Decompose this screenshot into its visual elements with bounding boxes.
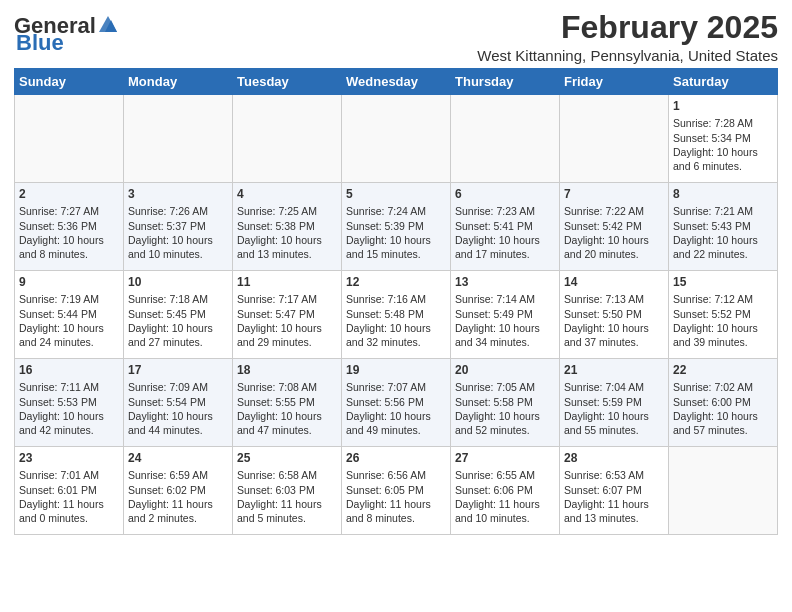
calendar-week-row: 23Sunrise: 7:01 AMSunset: 6:01 PMDayligh… bbox=[15, 447, 778, 535]
table-row bbox=[560, 95, 669, 183]
table-row: 10Sunrise: 7:18 AMSunset: 5:45 PMDayligh… bbox=[124, 271, 233, 359]
day-info: Sunrise: 6:55 AMSunset: 6:06 PMDaylight:… bbox=[455, 468, 555, 525]
table-row: 20Sunrise: 7:05 AMSunset: 5:58 PMDayligh… bbox=[451, 359, 560, 447]
col-monday: Monday bbox=[124, 69, 233, 95]
day-number: 22 bbox=[673, 362, 773, 378]
day-number: 16 bbox=[19, 362, 119, 378]
calendar-week-row: 16Sunrise: 7:11 AMSunset: 5:53 PMDayligh… bbox=[15, 359, 778, 447]
day-info: Sunrise: 7:12 AMSunset: 5:52 PMDaylight:… bbox=[673, 292, 773, 349]
day-number: 24 bbox=[128, 450, 228, 466]
day-info: Sunrise: 7:01 AMSunset: 6:01 PMDaylight:… bbox=[19, 468, 119, 525]
table-row: 23Sunrise: 7:01 AMSunset: 6:01 PMDayligh… bbox=[15, 447, 124, 535]
col-saturday: Saturday bbox=[669, 69, 778, 95]
day-info: Sunrise: 7:05 AMSunset: 5:58 PMDaylight:… bbox=[455, 380, 555, 437]
day-info: Sunrise: 7:14 AMSunset: 5:49 PMDaylight:… bbox=[455, 292, 555, 349]
calendar-week-row: 9Sunrise: 7:19 AMSunset: 5:44 PMDaylight… bbox=[15, 271, 778, 359]
table-row bbox=[669, 447, 778, 535]
table-row: 16Sunrise: 7:11 AMSunset: 5:53 PMDayligh… bbox=[15, 359, 124, 447]
day-number: 23 bbox=[19, 450, 119, 466]
col-wednesday: Wednesday bbox=[342, 69, 451, 95]
day-number: 27 bbox=[455, 450, 555, 466]
day-number: 19 bbox=[346, 362, 446, 378]
day-info: Sunrise: 6:53 AMSunset: 6:07 PMDaylight:… bbox=[564, 468, 664, 525]
day-info: Sunrise: 7:28 AMSunset: 5:34 PMDaylight:… bbox=[673, 116, 773, 173]
day-number: 13 bbox=[455, 274, 555, 290]
table-row: 17Sunrise: 7:09 AMSunset: 5:54 PMDayligh… bbox=[124, 359, 233, 447]
day-info: Sunrise: 7:24 AMSunset: 5:39 PMDaylight:… bbox=[346, 204, 446, 261]
day-number: 7 bbox=[564, 186, 664, 202]
day-info: Sunrise: 7:17 AMSunset: 5:47 PMDaylight:… bbox=[237, 292, 337, 349]
day-number: 28 bbox=[564, 450, 664, 466]
table-row: 14Sunrise: 7:13 AMSunset: 5:50 PMDayligh… bbox=[560, 271, 669, 359]
day-info: Sunrise: 6:56 AMSunset: 6:05 PMDaylight:… bbox=[346, 468, 446, 525]
main-title: February 2025 bbox=[477, 10, 778, 45]
day-number: 20 bbox=[455, 362, 555, 378]
table-row: 12Sunrise: 7:16 AMSunset: 5:48 PMDayligh… bbox=[342, 271, 451, 359]
day-number: 10 bbox=[128, 274, 228, 290]
day-info: Sunrise: 7:23 AMSunset: 5:41 PMDaylight:… bbox=[455, 204, 555, 261]
table-row: 24Sunrise: 6:59 AMSunset: 6:02 PMDayligh… bbox=[124, 447, 233, 535]
day-number: 12 bbox=[346, 274, 446, 290]
day-info: Sunrise: 7:07 AMSunset: 5:56 PMDaylight:… bbox=[346, 380, 446, 437]
header: General Blue February 2025 West Kittanni… bbox=[14, 10, 778, 64]
table-row: 28Sunrise: 6:53 AMSunset: 6:07 PMDayligh… bbox=[560, 447, 669, 535]
col-tuesday: Tuesday bbox=[233, 69, 342, 95]
day-info: Sunrise: 7:22 AMSunset: 5:42 PMDaylight:… bbox=[564, 204, 664, 261]
day-info: Sunrise: 7:26 AMSunset: 5:37 PMDaylight:… bbox=[128, 204, 228, 261]
day-info: Sunrise: 7:27 AMSunset: 5:36 PMDaylight:… bbox=[19, 204, 119, 261]
day-number: 5 bbox=[346, 186, 446, 202]
day-number: 3 bbox=[128, 186, 228, 202]
table-row: 9Sunrise: 7:19 AMSunset: 5:44 PMDaylight… bbox=[15, 271, 124, 359]
table-row: 19Sunrise: 7:07 AMSunset: 5:56 PMDayligh… bbox=[342, 359, 451, 447]
day-number: 11 bbox=[237, 274, 337, 290]
calendar-header-row: Sunday Monday Tuesday Wednesday Thursday… bbox=[15, 69, 778, 95]
table-row: 5Sunrise: 7:24 AMSunset: 5:39 PMDaylight… bbox=[342, 183, 451, 271]
day-number: 15 bbox=[673, 274, 773, 290]
logo: General Blue bbox=[14, 14, 119, 54]
day-info: Sunrise: 7:16 AMSunset: 5:48 PMDaylight:… bbox=[346, 292, 446, 349]
day-number: 8 bbox=[673, 186, 773, 202]
day-number: 18 bbox=[237, 362, 337, 378]
table-row: 22Sunrise: 7:02 AMSunset: 6:00 PMDayligh… bbox=[669, 359, 778, 447]
sub-title: West Kittanning, Pennsylvania, United St… bbox=[477, 47, 778, 64]
day-number: 17 bbox=[128, 362, 228, 378]
day-info: Sunrise: 6:59 AMSunset: 6:02 PMDaylight:… bbox=[128, 468, 228, 525]
day-number: 26 bbox=[346, 450, 446, 466]
calendar-table: Sunday Monday Tuesday Wednesday Thursday… bbox=[14, 68, 778, 535]
table-row: 3Sunrise: 7:26 AMSunset: 5:37 PMDaylight… bbox=[124, 183, 233, 271]
day-info: Sunrise: 7:18 AMSunset: 5:45 PMDaylight:… bbox=[128, 292, 228, 349]
table-row: 4Sunrise: 7:25 AMSunset: 5:38 PMDaylight… bbox=[233, 183, 342, 271]
table-row bbox=[124, 95, 233, 183]
day-number: 14 bbox=[564, 274, 664, 290]
day-info: Sunrise: 6:58 AMSunset: 6:03 PMDaylight:… bbox=[237, 468, 337, 525]
table-row bbox=[451, 95, 560, 183]
calendar-week-row: 2Sunrise: 7:27 AMSunset: 5:36 PMDaylight… bbox=[15, 183, 778, 271]
day-number: 25 bbox=[237, 450, 337, 466]
day-info: Sunrise: 7:19 AMSunset: 5:44 PMDaylight:… bbox=[19, 292, 119, 349]
table-row: 6Sunrise: 7:23 AMSunset: 5:41 PMDaylight… bbox=[451, 183, 560, 271]
day-info: Sunrise: 7:25 AMSunset: 5:38 PMDaylight:… bbox=[237, 204, 337, 261]
day-info: Sunrise: 7:08 AMSunset: 5:55 PMDaylight:… bbox=[237, 380, 337, 437]
col-thursday: Thursday bbox=[451, 69, 560, 95]
table-row: 18Sunrise: 7:08 AMSunset: 5:55 PMDayligh… bbox=[233, 359, 342, 447]
table-row: 27Sunrise: 6:55 AMSunset: 6:06 PMDayligh… bbox=[451, 447, 560, 535]
day-info: Sunrise: 7:21 AMSunset: 5:43 PMDaylight:… bbox=[673, 204, 773, 261]
table-row: 21Sunrise: 7:04 AMSunset: 5:59 PMDayligh… bbox=[560, 359, 669, 447]
table-row: 1Sunrise: 7:28 AMSunset: 5:34 PMDaylight… bbox=[669, 95, 778, 183]
table-row bbox=[233, 95, 342, 183]
calendar-week-row: 1Sunrise: 7:28 AMSunset: 5:34 PMDaylight… bbox=[15, 95, 778, 183]
day-number: 9 bbox=[19, 274, 119, 290]
day-info: Sunrise: 7:09 AMSunset: 5:54 PMDaylight:… bbox=[128, 380, 228, 437]
logo-blue-text: Blue bbox=[16, 32, 64, 54]
table-row: 2Sunrise: 7:27 AMSunset: 5:36 PMDaylight… bbox=[15, 183, 124, 271]
day-number: 4 bbox=[237, 186, 337, 202]
day-number: 6 bbox=[455, 186, 555, 202]
day-number: 2 bbox=[19, 186, 119, 202]
table-row: 13Sunrise: 7:14 AMSunset: 5:49 PMDayligh… bbox=[451, 271, 560, 359]
title-block: February 2025 West Kittanning, Pennsylva… bbox=[477, 10, 778, 64]
col-friday: Friday bbox=[560, 69, 669, 95]
col-sunday: Sunday bbox=[15, 69, 124, 95]
table-row: 25Sunrise: 6:58 AMSunset: 6:03 PMDayligh… bbox=[233, 447, 342, 535]
table-row bbox=[342, 95, 451, 183]
day-number: 21 bbox=[564, 362, 664, 378]
